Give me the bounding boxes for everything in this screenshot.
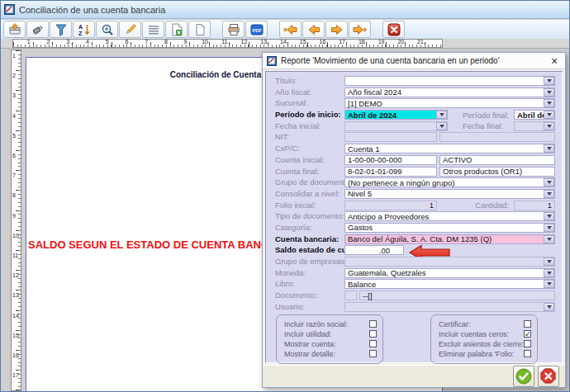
save-button[interactable] xyxy=(3,21,26,38)
combo-field[interactable] xyxy=(344,257,555,267)
combo-field[interactable]: Balance xyxy=(344,279,555,289)
dropdown-arrow-icon[interactable] xyxy=(544,122,554,130)
combo-field[interactable]: Año fiscal 2024 xyxy=(344,87,555,97)
checkbox[interactable] xyxy=(524,340,531,347)
dialog-close-icon[interactable]: × xyxy=(549,55,560,67)
combo-field[interactable] xyxy=(344,302,555,312)
dropdown-arrow-icon[interactable] xyxy=(436,122,447,130)
lines-button[interactable] xyxy=(142,21,164,38)
checkbox-label: Mostrar cuenta: xyxy=(284,340,369,348)
export-pdf-button[interactable]: PDF xyxy=(245,21,268,38)
app-window: Conciliación de una cuenta bancaria AZ xyxy=(0,0,570,392)
combo-field[interactable] xyxy=(344,76,555,86)
combo-field[interactable]: Nivel 5 xyxy=(344,189,555,199)
first-button[interactable] xyxy=(279,21,302,38)
checkbox[interactable] xyxy=(524,350,531,357)
combo-field[interactable]: (No pertenece a ningún grupo) xyxy=(344,177,555,187)
combo-field[interactable]: Banco del Águila, S. A. Cta. DM 1235 (Q) xyxy=(344,234,555,244)
combo-field[interactable] xyxy=(344,121,448,131)
checkbox[interactable] xyxy=(524,320,531,328)
next-button[interactable] xyxy=(325,21,348,38)
text-field[interactable]: 8-02-01-01-099 xyxy=(344,167,437,177)
cancel-button[interactable] xyxy=(538,366,559,387)
text-field[interactable] xyxy=(344,132,437,142)
checkbox[interactable] xyxy=(369,350,377,357)
h-ruler-number: 15 xyxy=(300,39,306,45)
checkbox-row: Incluir utilidad: xyxy=(284,329,377,339)
combo-field[interactable] xyxy=(514,121,555,131)
dropdown-arrow-icon[interactable] xyxy=(544,303,554,311)
svg-text:Z: Z xyxy=(78,31,83,36)
text-field[interactable]: --[] xyxy=(359,290,555,300)
last-button[interactable] xyxy=(349,21,371,38)
zoom-button[interactable] xyxy=(96,21,118,38)
sort-az-button[interactable]: AZ xyxy=(73,21,95,38)
dropdown-arrow-icon[interactable] xyxy=(436,111,447,119)
checkbox[interactable] xyxy=(369,330,377,338)
export-excel-button[interactable] xyxy=(165,21,188,38)
dropdown-arrow-icon[interactable] xyxy=(544,88,554,97)
checkbox-label: Incluir razón social: xyxy=(284,320,369,328)
field-label: Cuenta final: xyxy=(275,167,344,177)
v-ruler-number: 10 xyxy=(12,232,19,238)
combo-field[interactable]: Abril de 2024 xyxy=(344,110,448,120)
dropdown-arrow-icon[interactable] xyxy=(544,280,554,288)
checkbox[interactable] xyxy=(369,340,377,347)
text-field[interactable]: ACTIVO xyxy=(439,155,555,165)
v-ruler-number: 1 xyxy=(12,53,16,59)
dropdown-arrow-icon[interactable] xyxy=(544,257,554,266)
dropdown-arrow-icon[interactable] xyxy=(544,99,554,107)
highlight-button[interactable] xyxy=(119,21,141,38)
text-field[interactable]: Otros productos (OR1) xyxy=(439,167,555,177)
field-label: Cuenta bancaria: xyxy=(275,234,344,244)
ok-button[interactable] xyxy=(513,366,534,387)
text-field[interactable]: 1-00-00-00-000 xyxy=(344,155,437,165)
text-field[interactable] xyxy=(439,132,555,142)
field-value: Gastos xyxy=(345,223,375,232)
dropdown-arrow-icon[interactable] xyxy=(544,111,554,119)
h-ruler-number: 20 xyxy=(397,39,404,45)
print-button[interactable] xyxy=(222,21,245,38)
dropdown-arrow-icon[interactable] xyxy=(544,144,554,153)
dropdown-arrow-icon[interactable] xyxy=(544,269,554,277)
text-field[interactable]: 1 xyxy=(514,201,555,210)
h-ruler-number: 3 xyxy=(66,39,69,45)
field-value: 1 xyxy=(427,201,436,210)
previous-button[interactable] xyxy=(302,21,325,38)
form-row: Saldo estado de cuent.00 xyxy=(275,245,555,255)
checkbox[interactable]: ✓ xyxy=(524,330,531,338)
dropdown-arrow-icon[interactable] xyxy=(544,212,554,220)
dropdown-arrow-icon[interactable] xyxy=(544,224,554,232)
new-page-button[interactable] xyxy=(188,21,211,38)
combo-field[interactable]: Abril de 2024 xyxy=(514,110,555,120)
dropdown-arrow-icon[interactable] xyxy=(544,178,554,187)
load-usb-button[interactable] xyxy=(26,21,49,38)
dropdown-arrow-icon[interactable] xyxy=(544,235,554,243)
text-field[interactable] xyxy=(344,290,357,300)
form-row: Cuenta final:8-02-01-01-099Otros product… xyxy=(275,167,555,177)
form-row: Sucursal:[1] DEMO xyxy=(275,98,555,108)
field-value: Nivel 5 xyxy=(345,189,374,198)
combo-field[interactable]: Gastos xyxy=(344,223,555,233)
checkbox-row: Certificar: xyxy=(439,319,531,329)
combo-field[interactable]: [1] DEMO xyxy=(344,98,555,108)
h-ruler-number: 6 xyxy=(125,39,128,45)
dropdown-arrow-icon[interactable] xyxy=(544,190,554,198)
close-button[interactable] xyxy=(382,21,405,38)
checkbox[interactable] xyxy=(369,320,377,328)
h-ruler-number: 21 xyxy=(417,39,424,45)
form-row: Categoría:Gastos xyxy=(275,223,555,233)
field-label: Período de inicio: xyxy=(275,110,344,120)
combo-field[interactable]: Anticipo a Proveedores xyxy=(344,211,555,221)
combo-field[interactable]: Guatemala, Quetzales xyxy=(344,268,555,278)
text-field[interactable]: .00 xyxy=(344,245,404,255)
text-field[interactable]: 1 xyxy=(344,201,437,210)
combo-field[interactable]: Cuenta 1 xyxy=(344,144,555,153)
filter-button[interactable] xyxy=(50,21,72,38)
h-ruler-number: 5 xyxy=(106,39,109,45)
field-value: Año fiscal 2024 xyxy=(345,87,404,97)
dropdown-arrow-icon[interactable] xyxy=(544,77,554,85)
app-icon xyxy=(4,4,15,15)
form-row: Folio inicial:1Cantidad:1 xyxy=(275,201,555,210)
field-label: Documento: xyxy=(275,290,344,300)
